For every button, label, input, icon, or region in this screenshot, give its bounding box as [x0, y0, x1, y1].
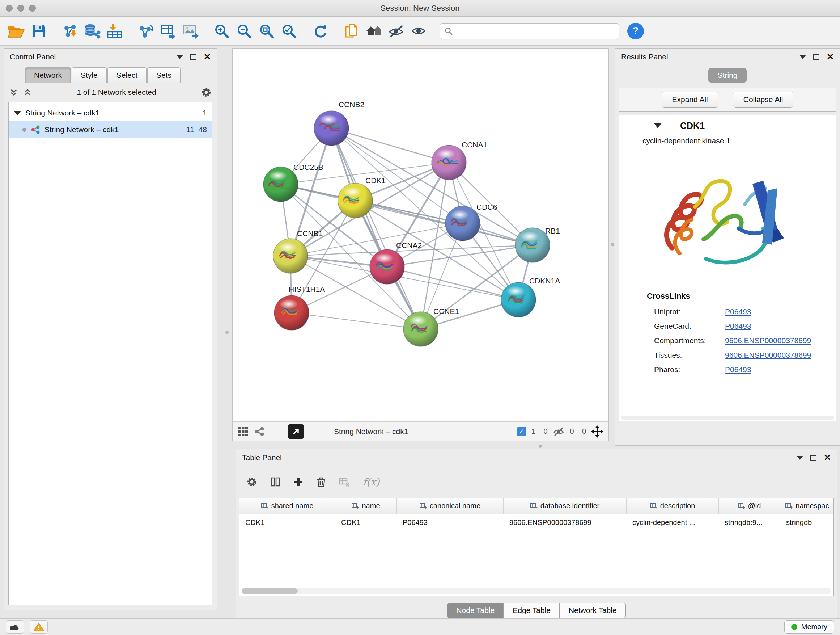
- cell-id[interactable]: stringdb:9...: [719, 518, 780, 527]
- cell-canonical-name[interactable]: P06493: [397, 518, 504, 527]
- close-panel-icon[interactable]: ✕: [204, 52, 211, 61]
- gear-icon[interactable]: [201, 87, 212, 98]
- splitter-handle[interactable]: [538, 445, 542, 448]
- table-float-icon[interactable]: [810, 455, 816, 461]
- splitter-handle[interactable]: [611, 243, 614, 246]
- column-header-database-identifier[interactable]: database identifier: [504, 498, 627, 514]
- table-row[interactable]: CDK1 CDK1 P06493 9606.ENSP00000378699 cy…: [240, 514, 834, 531]
- table-close-icon[interactable]: ✕: [824, 453, 831, 462]
- network-node-ccna1[interactable]: CCNA1: [431, 141, 487, 180]
- selected-checkbox[interactable]: ✓: [517, 427, 526, 436]
- window-zoom-button[interactable]: [29, 5, 36, 11]
- crosslink-tissues-link[interactable]: 9606.ENSP00000378699: [725, 351, 811, 359]
- cell-description[interactable]: cyclin-dependent ...: [627, 518, 719, 527]
- cell-namespace[interactable]: stringdb: [780, 518, 834, 527]
- crosslink-pharos-link[interactable]: P06493: [725, 365, 751, 374]
- network-node-rb1[interactable]: RB1: [515, 226, 560, 263]
- window-minimize-button[interactable]: [17, 5, 24, 11]
- copy-document-icon: [344, 23, 359, 39]
- show-all-button[interactable]: [408, 19, 430, 43]
- tab-network[interactable]: Network: [25, 67, 71, 83]
- copy-document-button[interactable]: [340, 19, 363, 43]
- network-row[interactable]: String Network – cdk1 11 48: [9, 121, 212, 138]
- expand-all-icon[interactable]: [9, 88, 19, 97]
- network-view[interactable]: CCNB2CCNA1CDC25BCDK1CDC6RB1CCNB1CCNA2CDK…: [232, 48, 609, 441]
- refresh-button[interactable]: [309, 19, 332, 43]
- crosslink-compartments-link[interactable]: 9606.ENSP00000378699: [725, 336, 811, 345]
- expand-all-button[interactable]: Expand All: [662, 92, 718, 108]
- column-header-namespace[interactable]: namespac: [780, 498, 834, 514]
- crosslink-uniprot-link[interactable]: P06493: [725, 307, 751, 316]
- node-label-cdk1: CDK1: [365, 176, 386, 185]
- cell-database-identifier[interactable]: 9606.ENSP00000378699: [504, 518, 627, 527]
- float-panel-icon[interactable]: [190, 54, 196, 60]
- hide-selected-button[interactable]: [385, 19, 408, 43]
- table-gear-icon[interactable]: [246, 477, 257, 487]
- gene-header[interactable]: CDK1: [619, 116, 836, 136]
- import-network-database-button[interactable]: [81, 19, 103, 43]
- tab-node-table[interactable]: Node Table: [447, 603, 504, 618]
- results-menu-icon[interactable]: [799, 55, 806, 59]
- gene-collapse-icon[interactable]: [654, 124, 661, 128]
- delete-column-icon[interactable]: [317, 477, 326, 487]
- results-scrollbar[interactable]: [621, 416, 834, 420]
- table-menu-icon[interactable]: [797, 456, 803, 460]
- table-horizontal-scrollbar[interactable]: [242, 588, 831, 594]
- network-node-ccnb2[interactable]: CCNB2: [314, 100, 364, 146]
- panel-menu-icon[interactable]: [177, 55, 183, 59]
- cell-name[interactable]: CDK1: [335, 518, 397, 527]
- detach-view-button[interactable]: [287, 424, 304, 439]
- tab-network-table[interactable]: Network Table: [560, 603, 626, 618]
- network-selection-row: 1 of 1 Network selected: [4, 83, 217, 101]
- network-node-hist1h1a[interactable]: HIST1H1A: [274, 285, 325, 330]
- tree-expand-icon[interactable]: [14, 111, 21, 116]
- tab-sets[interactable]: Sets: [147, 67, 180, 83]
- tab-edge-table[interactable]: Edge Table: [504, 603, 560, 618]
- network-canvas[interactable]: CCNB2CCNA1CDC25BCDK1CDC6RB1CCNB1CCNA2CDK…: [233, 49, 608, 421]
- results-float-icon[interactable]: [813, 54, 819, 60]
- tab-string[interactable]: String: [708, 68, 747, 82]
- window-close-button[interactable]: [6, 5, 13, 11]
- search-input[interactable]: [456, 27, 615, 35]
- collapse-all-button[interactable]: Collapse All: [733, 92, 794, 108]
- column-edit-icon: [785, 503, 793, 509]
- column-header-name[interactable]: name: [335, 498, 397, 514]
- open-session-button[interactable]: [5, 19, 27, 43]
- save-session-button[interactable]: [27, 19, 50, 43]
- cell-shared-name[interactable]: CDK1: [240, 518, 335, 527]
- clone-network-button[interactable]: [134, 19, 157, 43]
- tab-style[interactable]: Style: [72, 67, 107, 83]
- zoom-out-button[interactable]: [233, 19, 256, 43]
- tab-select[interactable]: Select: [107, 67, 147, 83]
- zoom-fit-button[interactable]: [256, 19, 278, 43]
- results-close-icon[interactable]: ✕: [827, 52, 834, 61]
- grid-view-icon[interactable]: [238, 426, 248, 437]
- pan-move-icon[interactable]: [591, 425, 603, 438]
- network-collection-row[interactable]: String Network – cdk1 1: [9, 105, 212, 121]
- cloud-button[interactable]: [6, 620, 24, 633]
- collapse-all-icon[interactable]: [23, 88, 32, 97]
- show-columns-icon[interactable]: [270, 477, 280, 487]
- splitter-handle[interactable]: [225, 331, 229, 334]
- home-networks-button[interactable]: [363, 19, 385, 43]
- import-table-button[interactable]: [103, 19, 126, 43]
- import-network-file-button[interactable]: [58, 19, 81, 43]
- zoom-selected-button[interactable]: [278, 19, 300, 43]
- search-box[interactable]: [439, 23, 619, 39]
- memory-button[interactable]: Memory: [784, 620, 834, 633]
- zoom-in-button[interactable]: [210, 19, 233, 43]
- export-image-button[interactable]: [180, 19, 202, 43]
- column-header-shared-name[interactable]: shared name: [240, 498, 335, 514]
- help-button[interactable]: ?: [627, 23, 644, 40]
- export-table-button[interactable]: [157, 19, 180, 43]
- crosslink-genecard-link[interactable]: P06493: [725, 322, 751, 331]
- memory-label: Memory: [801, 623, 827, 631]
- scrollbar-thumb[interactable]: [242, 588, 298, 594]
- warnings-button[interactable]: [30, 620, 48, 633]
- network-node-cdk1[interactable]: CDK1: [338, 176, 386, 218]
- column-header-description[interactable]: description: [627, 498, 719, 514]
- add-column-icon[interactable]: [294, 477, 303, 487]
- share-view-icon[interactable]: [254, 426, 264, 437]
- column-header-canonical-name[interactable]: canonical name: [397, 498, 504, 514]
- column-header-id[interactable]: @id: [719, 498, 780, 514]
